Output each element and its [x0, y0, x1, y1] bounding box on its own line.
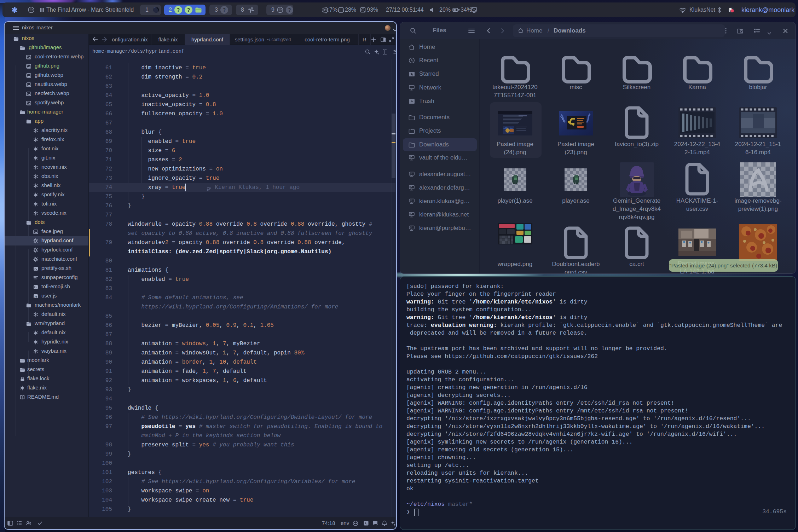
svg-text:JS: JS	[34, 295, 37, 297]
